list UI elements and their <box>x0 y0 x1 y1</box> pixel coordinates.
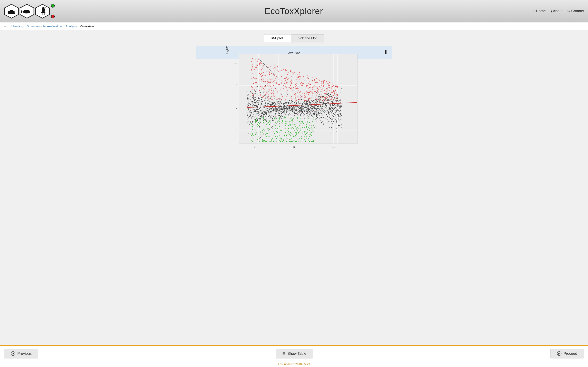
breadcrumb-normalization[interactable]: Normalization <box>43 25 62 28</box>
nav-home[interactable]: ⌂ Home <box>533 9 546 13</box>
app-title: EcoToxXplorer <box>55 6 533 16</box>
footer-note: Last updated 2018-05-29 <box>0 361 588 367</box>
tab-ma-plot[interactable]: MA plot <box>264 34 291 42</box>
hex-bird-icon <box>35 4 50 18</box>
nav-contact[interactable]: ✉ Contact <box>567 9 584 13</box>
ma-plot-canvas <box>227 50 361 154</box>
plot-tabs: MA plot Volcano Plot <box>264 34 324 42</box>
breadcrumb: ⌂ › Uploading › Summary › Normalization … <box>0 22 588 30</box>
green-dot-icon <box>51 4 55 8</box>
breadcrumb-current: Overview <box>80 25 94 28</box>
plot-container: ⬇ logFC AveExpr <box>196 46 392 59</box>
proceed-icon: ▶ <box>557 351 562 356</box>
previous-button[interactable]: ◀ Previous <box>4 349 38 359</box>
tab-volcano-plot[interactable]: Volcano Plot <box>291 34 324 42</box>
bottom-bar: ◀ Previous ⊞ Show Table ▶ Proceed <box>0 345 588 361</box>
svg-point-14 <box>42 7 44 9</box>
breadcrumb-uploading[interactable]: Uploading <box>9 25 23 28</box>
svg-rect-17 <box>44 13 44 15</box>
table-icon: ⊞ <box>282 351 285 356</box>
hex-frog-icon <box>4 4 19 18</box>
nav-about[interactable]: ℹ About <box>551 9 562 13</box>
breadcrumb-summary[interactable]: Summary <box>27 25 40 28</box>
svg-point-11 <box>29 11 30 11</box>
home-breadcrumb-icon[interactable]: ⌂ <box>4 25 6 28</box>
logo-dots <box>51 4 55 18</box>
hex-fish-icon <box>20 4 34 18</box>
svg-point-9 <box>23 10 30 13</box>
logo-area <box>4 4 55 18</box>
previous-icon: ◀ <box>11 351 15 356</box>
svg-point-7 <box>13 10 14 11</box>
app-header: EcoToxXplorer ⌂ Home ℹ About ✉ Contact <box>0 0 588 22</box>
home-icon: ⌂ <box>533 9 535 13</box>
svg-point-6 <box>9 10 10 11</box>
red-dot-icon <box>51 15 55 18</box>
proceed-button[interactable]: ▶ Proceed <box>550 349 584 359</box>
show-table-button[interactable]: ⊞ Show Table <box>276 349 313 359</box>
top-nav: ⌂ Home ℹ About ✉ Contact <box>533 9 584 13</box>
svg-rect-16 <box>42 13 43 15</box>
info-icon: ℹ <box>551 9 552 13</box>
envelope-icon: ✉ <box>567 9 571 13</box>
main-content: MA plot Volcano Plot ⬇ logFC AveExpr <box>0 30 588 345</box>
breadcrumb-analysis[interactable]: Analysis <box>66 25 77 28</box>
